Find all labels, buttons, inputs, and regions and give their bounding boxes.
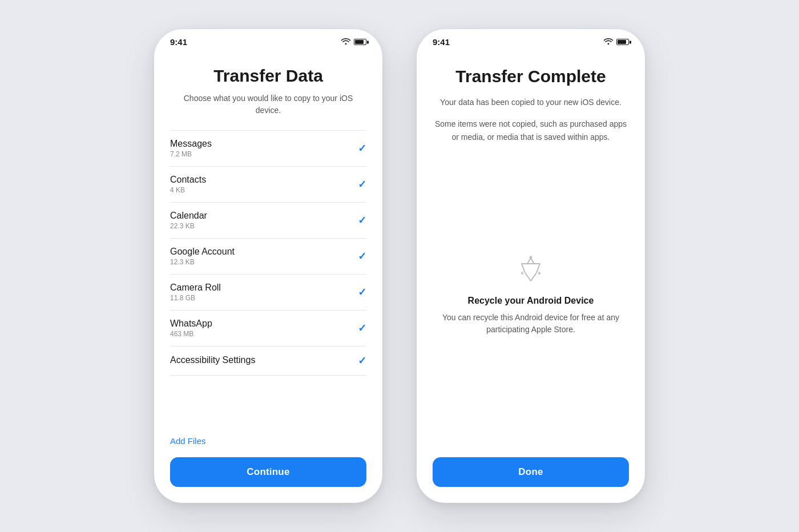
done-button[interactable]: Done <box>433 457 629 487</box>
battery-icon <box>616 39 629 45</box>
transfer-data-subtitle: Choose what you would like to copy to yo… <box>170 92 366 116</box>
list-item[interactable]: WhatsApp 463 MB ✓ <box>170 311 366 346</box>
list-item[interactable]: Camera Roll 11.8 GB ✓ <box>170 275 366 311</box>
right-status-time: 9:41 <box>433 37 450 47</box>
recycle-desc: You can recycle this Android device for … <box>433 312 629 336</box>
transfer-complete-body-secondary: Some items were not copied, such as purc… <box>433 118 629 143</box>
left-status-time: 9:41 <box>170 37 187 47</box>
transfer-data-title: Transfer Data <box>170 66 366 86</box>
wifi-icon <box>604 38 613 46</box>
check-icon: ✓ <box>358 354 366 367</box>
recycle-section: Recycle your Android Device You can recy… <box>433 143 629 446</box>
data-list: Messages 7.2 MB ✓ Contacts 4 KB ✓ <box>170 130 366 427</box>
check-icon: ✓ <box>358 322 366 334</box>
left-status-icons <box>341 38 366 46</box>
done-button-wrapper: Done <box>433 446 629 487</box>
recycle-icon <box>515 253 547 285</box>
wifi-icon <box>341 38 350 46</box>
list-item[interactable]: Messages 7.2 MB ✓ <box>170 131 366 167</box>
item-name: Accessibility Settings <box>170 355 255 365</box>
recycle-title: Recycle your Android Device <box>468 296 594 306</box>
check-icon: ✓ <box>358 214 366 227</box>
item-name: Contacts <box>170 175 206 185</box>
item-name: WhatsApp <box>170 319 212 329</box>
left-phone: 9:41 Transfer Data Choose what you would… <box>154 29 382 503</box>
left-phone-content: Transfer Data Choose what you would like… <box>154 51 382 503</box>
check-icon: ✓ <box>358 142 366 155</box>
transfer-complete-title: Transfer Complete <box>433 66 629 87</box>
list-item[interactable]: Contacts 4 KB ✓ <box>170 167 366 203</box>
battery-icon <box>354 39 366 45</box>
left-status-bar: 9:41 <box>154 29 382 51</box>
check-icon: ✓ <box>358 178 366 191</box>
item-size: 4 KB <box>170 186 206 194</box>
item-name: Camera Roll <box>170 283 221 293</box>
item-name: Google Account <box>170 247 235 257</box>
right-phone: 9:41 Transfer Complete Your data has bee… <box>417 29 645 503</box>
list-item[interactable]: Accessibility Settings ✓ <box>170 346 366 376</box>
list-item[interactable]: Calendar 22.3 KB ✓ <box>170 203 366 239</box>
right-phone-content: Transfer Complete Your data has been cop… <box>417 51 645 503</box>
check-icon: ✓ <box>358 286 366 299</box>
item-size: 12.3 KB <box>170 258 235 266</box>
recycle-icon-wrapper <box>515 253 547 288</box>
item-size: 11.8 GB <box>170 294 221 302</box>
add-files-button[interactable]: Add Files <box>170 427 366 457</box>
item-size: 22.3 KB <box>170 222 207 230</box>
item-name: Calendar <box>170 211 207 221</box>
right-status-icons <box>604 38 629 46</box>
page-wrapper: 9:41 Transfer Data Choose what you would… <box>0 0 799 532</box>
check-icon: ✓ <box>358 250 366 263</box>
item-size: 7.2 MB <box>170 150 212 158</box>
continue-button[interactable]: Continue <box>170 457 366 487</box>
right-top-section: Transfer Complete Your data has been cop… <box>433 57 629 143</box>
item-size: 463 MB <box>170 330 212 338</box>
item-name: Messages <box>170 139 212 149</box>
right-status-bar: 9:41 <box>417 29 645 51</box>
transfer-complete-body-primary: Your data has been copied to your new iO… <box>433 96 629 108</box>
list-item[interactable]: Google Account 12.3 KB ✓ <box>170 239 366 275</box>
